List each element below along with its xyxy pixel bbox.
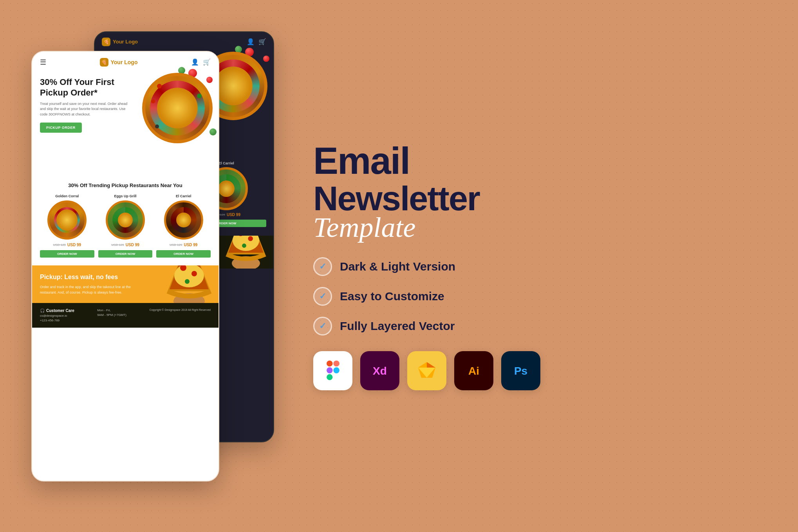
order-button-1[interactable]: ORDER NOW [40, 250, 94, 258]
restaurant-card-1: Golden Corral USD 129 USD 99 [40, 194, 94, 258]
pizza-thumb-container-3 [164, 200, 203, 240]
tool-ai: Ai [454, 351, 493, 390]
dark-pizza-slice [218, 236, 273, 269]
phones-container: ☰ 🍕 Your Logo 👤 🛒 30% Off Your First Pic… [31, 20, 274, 513]
restaurant-card-3: El Carriel USD 129 USD 99 [156, 194, 211, 258]
feature-label-3: Fully Layered Vector [340, 319, 455, 333]
customer-care-label: 🎧 Customer Care [40, 308, 74, 313]
pickup-order-button[interactable]: PICKUP ORDER [40, 123, 82, 133]
price-old-2: USD 129 [111, 243, 124, 247]
feature-label-1: Dark & Light Version [340, 260, 455, 273]
svg-rect-15 [327, 367, 332, 373]
price-old-1: USD 129 [53, 243, 66, 247]
hero-pizza [138, 65, 218, 143]
price-row-3: USD 129 USD 99 [156, 243, 211, 247]
light-hero: 30% Off Your First Pickup Order* Treat y… [32, 73, 218, 175]
pickup-banner: Pickup: Less wait, no fees Order and tra… [32, 265, 218, 303]
price-old-3: USD 129 [170, 243, 182, 247]
restaurant-card-2: Eggs Up Grill USD 129 USD 99 [98, 194, 153, 258]
feature-check-1: ✓ [313, 257, 332, 276]
pizza-thumb-container-1 [47, 200, 87, 240]
dark-price-new-2: USD 99 [227, 213, 240, 217]
sketch-svg [415, 359, 439, 382]
topping-1 [157, 84, 162, 88]
trending-section: 30% Off Trending Pickup Restaurants Near… [32, 175, 218, 262]
price-new-2: USD 99 [126, 243, 139, 247]
title-email: Email [313, 142, 767, 180]
pickup-banner-title: Pickup: Less wait, no fees [40, 273, 134, 281]
dark-pizza-slice-svg [218, 236, 273, 269]
footer-col-1: 🎧 Customer Care cs@designspace.io +123-4… [40, 308, 74, 322]
footer-phone: +123-456-789 [40, 319, 74, 322]
ps-svg: Ps [509, 359, 533, 382]
tools-row: Xd Ai Ps [313, 351, 767, 390]
footer-col-2: Mon - Fri, 9AM - 5PM (+7GMT) [97, 308, 126, 322]
dark-cart-icon: 🛒 [258, 38, 266, 45]
tool-figma [313, 351, 352, 390]
light-phone-footer: 🎧 Customer Care cs@designspace.io +123-4… [32, 303, 218, 328]
feature-item-2: ✓ Easy to Customize [313, 287, 767, 306]
footer-hours: 9AM - 5PM (+7GMT) [97, 313, 126, 317]
restaurant-name-2: Eggs Up Grill [98, 194, 153, 198]
pizza-thumb-container-2 [106, 200, 145, 240]
feature-item-1: ✓ Dark & Light Version [313, 257, 767, 276]
svg-text:Ps: Ps [514, 365, 527, 377]
restaurant-grid: Golden Corral USD 129 USD 99 [40, 194, 211, 258]
dark-header-icons: 👤 🛒 [247, 38, 266, 45]
svg-text:Ai: Ai [468, 365, 479, 377]
light-phone: ☰ 🍕 Your Logo 👤 🛒 30% Off Your First Pic… [31, 51, 219, 482]
dark-logo-icon: 🍕 [102, 38, 110, 46]
title-newsletter: Newsletter [313, 181, 767, 216]
svg-text:Xd: Xd [373, 365, 387, 377]
dark-logo: 🍕 Your Logo [102, 38, 138, 46]
footer-hours-label: Mon - Fri, [97, 308, 126, 312]
pizza-slice-deco [160, 265, 218, 303]
restaurant-name-3: El Carriel [156, 194, 211, 198]
figma-svg [322, 360, 344, 381]
tool-xd: Xd [360, 351, 399, 390]
pizza-main [142, 73, 213, 143]
light-logo: 🍕 Your Logo [100, 58, 138, 67]
dark-logo-text: Your Logo [113, 39, 138, 45]
topping-2 [151, 99, 155, 103]
price-new-1: USD 99 [67, 243, 81, 247]
logo-text: Your Logo [111, 59, 138, 65]
order-button-2[interactable]: ORDER NOW [98, 250, 153, 258]
tool-sketch [407, 351, 446, 390]
checkmark-icon-2: ✓ [319, 291, 326, 301]
logo-icon: 🍕 [100, 58, 108, 67]
footer-copyright: Copyright © Designspace 2019 All Right R… [149, 308, 211, 311]
footer-email: cs@designspace.io [40, 314, 74, 317]
price-new-3: USD 99 [184, 243, 197, 247]
title-block: Email Newsletter Template [313, 142, 767, 242]
svg-point-6 [185, 279, 190, 284]
pickup-banner-desc: Order and track in the app, and skip the… [40, 285, 134, 295]
title-template: Template [313, 213, 767, 242]
topping-4 [155, 124, 159, 128]
svg-point-18 [333, 367, 339, 373]
tool-ps: Ps [501, 351, 540, 390]
svg-point-5 [191, 271, 197, 276]
svg-rect-17 [333, 361, 339, 366]
hero-text: 30% Off Your First Pickup Order* Treat y… [40, 77, 134, 133]
headset-icon: 🎧 [40, 308, 45, 313]
checkmark-icon-3: ✓ [319, 321, 326, 331]
dark-tomato-2 [263, 56, 269, 62]
dark-user-icon: 👤 [247, 38, 255, 45]
svg-rect-14 [327, 361, 332, 366]
pizza-slice-svg [160, 265, 218, 303]
hero-title: 30% Off Your First Pickup Order* [40, 77, 134, 98]
features-list: ✓ Dark & Light Version ✓ Easy to Customi… [313, 257, 767, 335]
menu-icon: ☰ [40, 58, 46, 67]
topping-3 [197, 94, 202, 98]
feature-label-2: Easy to Customize [340, 290, 444, 303]
price-row-1: USD 129 USD 99 [40, 243, 94, 247]
order-button-3[interactable]: ORDER NOW [156, 250, 211, 258]
feature-check-2: ✓ [313, 287, 332, 306]
hero-desc: Treat yourself and save on your next mea… [40, 101, 134, 117]
svg-point-13 [242, 244, 246, 248]
ai-svg: Ai [462, 359, 486, 382]
feature-item-3: ✓ Fully Layered Vector [313, 317, 767, 335]
price-row-2: USD 129 USD 99 [98, 243, 153, 247]
restaurant-name-1: Golden Corral [40, 194, 94, 198]
